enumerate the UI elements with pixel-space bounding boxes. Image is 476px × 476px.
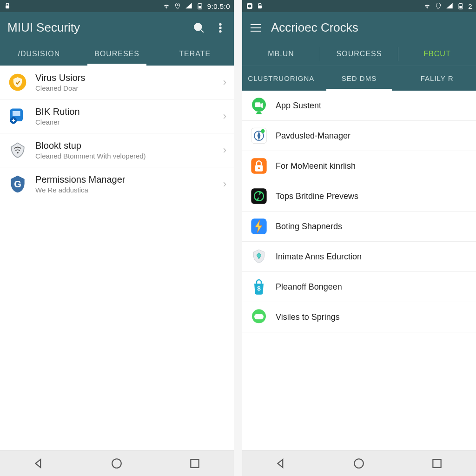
tab-terate[interactable]: TERATE — [156, 42, 234, 66]
subtab-clustru[interactable]: CLUSTRUORIGNA — [242, 66, 320, 91]
home-button[interactable] — [351, 456, 366, 471]
svg-point-18 — [248, 5, 251, 8]
subtab-seddms[interactable]: SED DMS — [320, 66, 398, 91]
wifi-icon — [163, 2, 170, 10]
cleaner-icon — [7, 106, 28, 126]
app-row[interactable]: $ Pleanoff Bongeen — [242, 272, 476, 302]
app-title: Boting Shapnerds — [276, 222, 469, 231]
menu-icon[interactable] — [250, 22, 262, 34]
app-row[interactable]: Boting Shapnerds — [242, 212, 476, 242]
signal-icon — [185, 2, 192, 10]
phone-right: 2 Accrioec Crocks MB.UN SOURCESS FBCUT C… — [242, 0, 476, 476]
bolt-icon — [250, 217, 268, 236]
back-button[interactable] — [32, 456, 46, 471]
item-title: BIK Rution — [35, 106, 216, 117]
subtab-falily[interactable]: FALILY R — [398, 66, 476, 91]
svg-point-37 — [355, 459, 364, 468]
app-title: Tops Britdine Prevews — [276, 192, 469, 201]
bag-icon: $ — [250, 278, 268, 296]
permissions-icon: G — [7, 174, 28, 194]
list-item-virus[interactable]: Virus Usiors Cleaned Doar › — [0, 66, 234, 99]
list-item-blookt[interactable]: Blookt stup Cleaned Btomment With velope… — [0, 133, 234, 167]
svg-point-30 — [258, 167, 260, 169]
svg-point-4 — [194, 23, 201, 30]
compass-icon — [250, 126, 268, 145]
svg-rect-38 — [433, 459, 441, 467]
svg-point-6 — [219, 23, 221, 25]
nav-bar — [242, 450, 476, 476]
app-list: App Sustent Pavdusled-Manager For MoMeen… — [242, 91, 476, 450]
item-title: Virus Usiors — [35, 73, 216, 83]
svg-text:G: G — [14, 179, 21, 189]
shield-icon — [7, 72, 28, 93]
more-icon[interactable] — [214, 22, 226, 34]
phone-left: 9:0.5:0 MIUI Security /DUSISION BOURESES… — [0, 0, 234, 476]
recent-button[interactable] — [430, 456, 444, 471]
home-button[interactable] — [109, 456, 124, 471]
status-bar: 2 — [242, 0, 476, 12]
recent-button[interactable] — [187, 456, 202, 471]
refresh-icon — [250, 187, 268, 205]
battery-icon — [196, 2, 204, 10]
item-subtitle: We Re addustica — [35, 186, 216, 194]
back-button[interactable] — [274, 456, 289, 471]
video-icon — [250, 96, 268, 115]
app-row[interactable]: For MoMeenit kinrlish — [242, 151, 476, 181]
app-title: For MoMeenit kinrlish — [276, 161, 469, 171]
list-item-bik[interactable]: BIK Rution Cleaner › — [0, 99, 234, 133]
svg-point-7 — [219, 26, 221, 28]
shield-gem-icon — [250, 247, 268, 266]
battery-icon — [457, 2, 464, 10]
wifi-icon — [423, 2, 431, 10]
tab-mbun[interactable]: MB.UN — [242, 42, 320, 66]
svg-rect-11 — [13, 111, 20, 116]
svg-rect-24 — [255, 102, 261, 107]
app-title: Pleanoff Bongeen — [276, 282, 469, 292]
item-subtitle: Cleaned Btomment With velopered) — [35, 152, 216, 160]
status-bar: 9:0.5:0 — [0, 0, 234, 12]
svg-point-27 — [261, 129, 264, 133]
app-row[interactable]: Inimate Anns Edurction — [242, 242, 476, 272]
svg-rect-36 — [254, 314, 264, 319]
location-icon — [174, 2, 181, 10]
chevron-right-icon: › — [223, 110, 226, 122]
chevron-right-icon: › — [223, 76, 226, 88]
svg-rect-21 — [459, 6, 462, 8]
search-icon[interactable] — [193, 22, 205, 34]
lock-icon — [4, 2, 11, 10]
svg-point-13 — [17, 152, 19, 154]
item-title: Blookt stup — [35, 140, 216, 151]
app-title: Inimate Anns Edurction — [276, 252, 469, 262]
nav-bar — [0, 450, 234, 476]
tabs: /DUSISION BOURESES TERATE — [0, 42, 234, 66]
app-row[interactable]: Tops Britdine Prevews — [242, 181, 476, 212]
status-time: 9:0.5:0 — [207, 2, 230, 10]
tab-fbcut[interactable]: FBCUT — [398, 42, 476, 66]
tab-dusision[interactable]: /DUSISION — [0, 42, 78, 66]
svg-rect-16 — [191, 459, 198, 467]
list-item-permissions[interactable]: G Permissions Manager We Re addustica › — [0, 167, 234, 201]
svg-rect-2 — [198, 6, 201, 8]
app-row[interactable]: App Sustent — [242, 91, 476, 121]
svg-rect-22 — [460, 3, 462, 3]
app-title: Pavdusled-Manager — [276, 131, 469, 141]
tab-sourcess[interactable]: SOURCESS — [320, 42, 398, 66]
item-subtitle: Cleaner — [35, 118, 216, 126]
item-subtitle: Cleaned Doar — [35, 84, 216, 92]
app-row[interactable]: Visiles to Springs — [242, 302, 476, 332]
app-icon — [246, 2, 253, 10]
svg-rect-0 — [6, 6, 9, 9]
app-title: App Sustent — [276, 101, 469, 111]
action-bar: Accrioec Crocks — [242, 12, 476, 42]
svg-point-15 — [112, 459, 122, 468]
chat-icon — [250, 308, 268, 326]
signal-icon — [446, 2, 453, 10]
tab-boureses[interactable]: BOURESES — [78, 42, 156, 66]
app-row[interactable]: Pavdusled-Manager — [242, 121, 476, 151]
svg-rect-19 — [258, 6, 262, 9]
chevron-right-icon: › — [223, 178, 226, 190]
lock-icon — [256, 2, 264, 10]
lock-app-icon — [250, 157, 268, 175]
wifi-shield-icon — [7, 140, 28, 160]
page-title: MIUI Security — [7, 20, 184, 35]
